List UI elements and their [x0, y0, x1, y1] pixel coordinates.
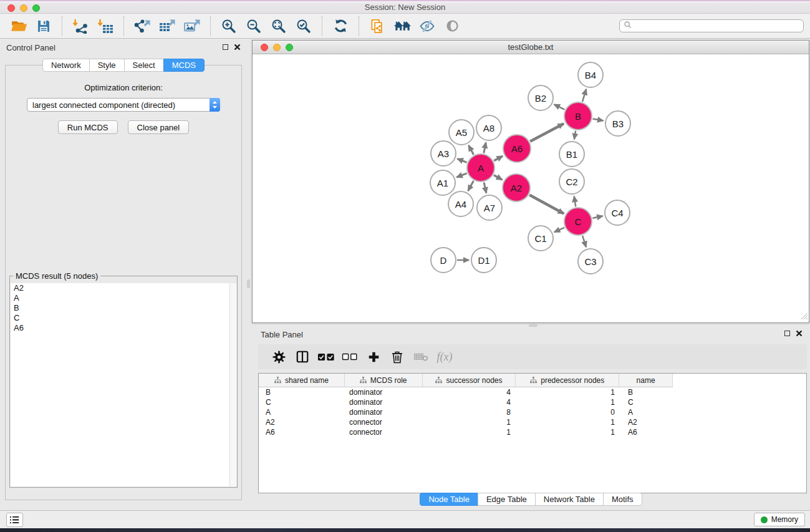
vertical-splitter-grip[interactable]	[247, 279, 250, 288]
table-row[interactable]: A6connector11A6	[259, 427, 806, 437]
graph-edge-B-B3[interactable]	[593, 118, 604, 120]
mcds-result-item[interactable]: C	[11, 313, 236, 323]
table-cell[interactable]: 1	[423, 427, 516, 437]
table-cell[interactable]: A2	[259, 417, 345, 427]
float-table-panel-icon[interactable]	[784, 331, 790, 336]
graph-edge-B-B1[interactable]	[574, 131, 576, 140]
export-network-icon[interactable]	[130, 16, 155, 37]
graph-edge-A-A2[interactable]	[494, 175, 502, 180]
search-field[interactable]	[619, 19, 804, 32]
graph-node-C4[interactable]: C4	[604, 200, 630, 226]
horizontal-splitter-grip[interactable]	[529, 324, 538, 327]
graph-node-A4[interactable]: A4	[448, 191, 474, 217]
select-all-rows-icon[interactable]	[314, 346, 338, 367]
export-image-icon[interactable]	[180, 16, 205, 37]
table-cell[interactable]: 4	[423, 397, 516, 407]
close-panel-icon[interactable]	[234, 44, 241, 51]
open-file-icon[interactable]	[6, 16, 31, 37]
table-cell[interactable]: connector	[345, 417, 423, 427]
table-cell[interactable]: A2	[620, 417, 673, 427]
gray-eye-icon[interactable]	[440, 16, 465, 37]
table-cell[interactable]: dominator	[345, 387, 423, 397]
tab-select[interactable]: Select	[124, 59, 164, 72]
table-cell[interactable]: 8	[423, 407, 516, 417]
home-icon[interactable]	[390, 16, 415, 37]
graph-node-C[interactable]: C	[564, 207, 592, 236]
zoom-out-icon[interactable]	[241, 16, 266, 37]
split-column-icon[interactable]	[291, 346, 314, 367]
table-cell[interactable]: 0	[516, 407, 620, 417]
table-cell[interactable]: C	[259, 397, 345, 407]
table-cell[interactable]: dominator	[345, 407, 423, 417]
column-header-successor-nodes[interactable]: successor nodes	[423, 374, 516, 387]
export-table-icon[interactable]	[155, 16, 180, 37]
memory-button[interactable]: Memory	[754, 513, 805, 526]
graph-edge-A-A6[interactable]	[494, 156, 503, 160]
table-cell[interactable]: C	[620, 397, 673, 407]
table-cell[interactable]: 1	[516, 427, 620, 437]
zoom-fit-icon[interactable]	[266, 16, 291, 37]
close-panel-button[interactable]: Close panel	[128, 120, 190, 134]
table-cell[interactable]: 1	[423, 417, 516, 427]
mcds-result-item[interactable]: A	[11, 293, 236, 303]
run-mcds-button[interactable]: Run MCDS	[58, 120, 118, 134]
table-row[interactable]: Adominator80A	[259, 407, 806, 417]
graph-edge-C-C4[interactable]	[592, 216, 602, 218]
graph-node-A7[interactable]: A7	[476, 195, 503, 221]
search-input[interactable]	[632, 21, 799, 31]
graph-node-A[interactable]: A	[466, 153, 495, 182]
graph-edge-A-A7[interactable]	[484, 182, 486, 193]
import-network-icon[interactable]	[68, 16, 93, 37]
graph-node-D[interactable]: D	[430, 247, 456, 273]
graph-node-A1[interactable]: A1	[430, 170, 456, 196]
graph-edge-A2-C[interactable]	[529, 195, 564, 213]
network-canvas[interactable]: B4B2BB3A8A5A6A3B1AC2A1A2A4A7C4CC1DD1C3	[253, 54, 809, 322]
graph-node-C3[interactable]: C3	[577, 248, 604, 274]
deselect-all-rows-icon[interactable]	[338, 346, 362, 367]
graph-edge-A-A8[interactable]	[484, 143, 486, 153]
duplicate-network-icon[interactable]	[365, 16, 390, 37]
tab-style[interactable]: Style	[89, 59, 125, 72]
graph-edge-C-C1[interactable]	[554, 228, 564, 232]
graph-node-C1[interactable]: C1	[528, 225, 554, 251]
zoom-in-icon[interactable]	[216, 16, 241, 37]
float-panel-icon[interactable]	[223, 44, 228, 50]
table-cell[interactable]: A	[620, 407, 673, 417]
table-settings-gear-icon[interactable]	[267, 346, 291, 367]
mcds-result-item[interactable]: A2	[11, 283, 236, 293]
column-header-predecessor-nodes[interactable]: predecessor nodes	[516, 374, 619, 387]
table-cell[interactable]: B	[620, 387, 673, 397]
column-header-name[interactable]: name	[619, 374, 672, 387]
table-cell[interactable]: connector	[345, 427, 423, 437]
graph-edge-A-A4[interactable]	[468, 181, 474, 191]
list-scrollbar[interactable]	[229, 283, 236, 486]
tab-mcds[interactable]: MCDS	[163, 59, 205, 72]
table-cell[interactable]: 1	[516, 387, 620, 397]
graph-edge-C-C2[interactable]	[574, 196, 576, 207]
graph-node-A5[interactable]: A5	[448, 119, 475, 145]
graph-edge-B-B4[interactable]	[582, 89, 586, 102]
tab-network-table[interactable]: Network Table	[535, 493, 604, 506]
table-cell[interactable]: 4	[423, 387, 516, 397]
graph-node-D1[interactable]: D1	[471, 247, 497, 273]
save-session-icon[interactable]	[31, 16, 56, 37]
mcds-result-item[interactable]: A6	[11, 323, 236, 333]
table-row[interactable]: Bdominator41B	[259, 387, 806, 397]
table-cell[interactable]: A	[259, 407, 345, 417]
graph-edge-B-B2[interactable]	[554, 104, 565, 109]
delete-column-icon[interactable]	[385, 346, 409, 367]
criterion-select[interactable]: largest connected component (directed)	[27, 98, 220, 112]
table-cell[interactable]: dominator	[345, 397, 423, 407]
zoom-selected-icon[interactable]	[291, 16, 316, 37]
mcds-result-item[interactable]: B	[11, 303, 236, 313]
import-table-icon[interactable]	[93, 16, 118, 37]
tab-edge-table[interactable]: Edge Table	[478, 493, 536, 506]
hide-eye-icon[interactable]	[415, 16, 440, 37]
table-cell[interactable]: A6	[620, 427, 673, 437]
graph-node-A2[interactable]: A2	[502, 173, 531, 202]
graph-edge-A-A5[interactable]	[468, 145, 473, 155]
tab-network[interactable]: Network	[42, 59, 90, 72]
graph-edge-A-A1[interactable]	[456, 173, 466, 177]
table-cell[interactable]: 1	[516, 417, 620, 427]
tab-motifs[interactable]: Motifs	[603, 493, 642, 506]
